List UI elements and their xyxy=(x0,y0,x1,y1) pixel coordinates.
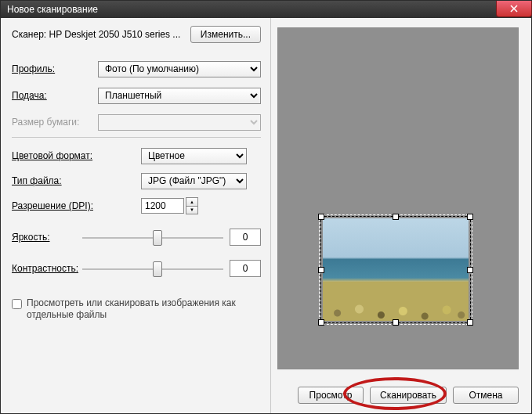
crop-selection[interactable] xyxy=(320,216,471,323)
preview-button[interactable]: Просмотр xyxy=(298,387,364,404)
separator xyxy=(12,137,261,138)
scan-button[interactable]: Сканировать xyxy=(370,387,447,404)
source-select[interactable]: Планшетный xyxy=(98,88,261,104)
scan-dialog: Новое сканирование Сканер: HP Deskjet 20… xyxy=(0,0,532,414)
preview-image xyxy=(323,218,469,321)
handle-nw[interactable] xyxy=(318,214,324,220)
preview-panel: Просмотр Сканировать Отмена xyxy=(271,18,531,413)
contrast-thumb[interactable] xyxy=(153,261,162,277)
brightness-value: 0 xyxy=(230,229,261,246)
dpi-input[interactable] xyxy=(141,198,184,214)
profile-select[interactable]: Фото (По умолчанию) xyxy=(98,61,261,77)
profile-label: Профиль: xyxy=(12,63,98,74)
brightness-slider[interactable] xyxy=(82,229,223,246)
handle-se[interactable] xyxy=(467,319,473,326)
cancel-button[interactable]: Отмена xyxy=(453,387,519,404)
dpi-down[interactable]: ▼ xyxy=(186,207,197,214)
file-type-label: Тип файла: xyxy=(12,175,98,186)
handle-s[interactable] xyxy=(393,319,399,326)
window-title: Новое сканирование xyxy=(7,1,496,18)
file-type-select[interactable]: JPG (Файл "JPG") xyxy=(141,173,247,189)
scanner-label: Сканер: HP Deskjet 2050 J510 series ... xyxy=(12,29,190,40)
separate-files-checkbox[interactable] xyxy=(12,299,22,309)
brightness-label: Яркость: xyxy=(12,232,82,243)
handle-n[interactable] xyxy=(393,214,399,220)
close-icon xyxy=(510,5,518,13)
source-label: Подача: xyxy=(12,90,98,101)
contrast-value: 0 xyxy=(230,260,261,277)
dialog-footer: Просмотр Сканировать Отмена xyxy=(298,387,519,404)
dpi-up[interactable]: ▲ xyxy=(186,198,197,207)
paper-size-select xyxy=(98,114,261,131)
color-format-label: Цветовой формат: xyxy=(12,150,98,161)
paper-size-label: Размер бумаги: xyxy=(12,117,98,128)
titlebar: Новое сканирование xyxy=(1,1,531,18)
preview-area[interactable] xyxy=(277,27,519,369)
handle-w[interactable] xyxy=(318,267,324,273)
separate-files-label: Просмотреть или сканировать изображения … xyxy=(27,297,261,321)
contrast-slider[interactable] xyxy=(82,260,223,277)
handle-e[interactable] xyxy=(467,267,473,273)
handle-sw[interactable] xyxy=(318,319,324,326)
close-button[interactable] xyxy=(496,1,532,17)
handle-ne[interactable] xyxy=(467,214,473,220)
dpi-spinner[interactable]: ▲ ▼ xyxy=(186,197,198,214)
dpi-label: Разрешение (DPI): xyxy=(12,200,98,211)
color-format-select[interactable]: Цветное xyxy=(141,148,247,164)
brightness-thumb[interactable] xyxy=(153,230,162,246)
contrast-label: Контрастность: xyxy=(12,263,82,274)
change-scanner-button[interactable]: Изменить... xyxy=(190,26,261,43)
settings-panel: Сканер: HP Deskjet 2050 J510 series ... … xyxy=(1,18,271,413)
